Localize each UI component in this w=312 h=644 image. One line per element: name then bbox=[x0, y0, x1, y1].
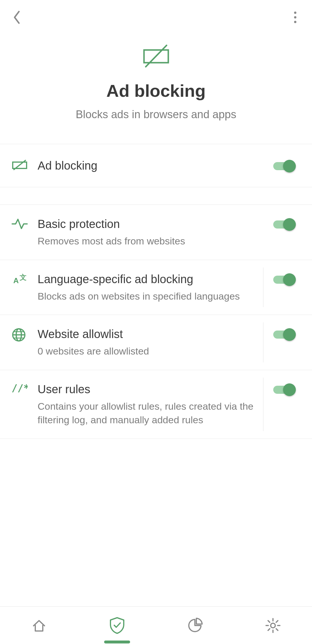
row-ad-blocking[interactable]: Ad blocking bbox=[0, 144, 312, 187]
home-icon bbox=[31, 618, 47, 633]
row-title: Website allowlist bbox=[38, 326, 260, 342]
back-button[interactable] bbox=[8, 9, 25, 26]
row-language-specific[interactable]: A 文 Language-specific ad blocking Blocks… bbox=[0, 260, 312, 315]
svg-line-21 bbox=[276, 629, 278, 630]
svg-line-20 bbox=[268, 621, 270, 622]
row-description: Removes most ads from websites bbox=[38, 234, 260, 248]
svg-point-1 bbox=[294, 16, 296, 18]
toggle-user-rules[interactable] bbox=[273, 383, 296, 396]
nav-home[interactable] bbox=[27, 614, 51, 637]
row-separator bbox=[263, 322, 263, 362]
row-separator bbox=[263, 378, 263, 431]
screen: Ad blocking Blocks ads in browsers and a… bbox=[0, 0, 312, 644]
row-title: Ad blocking bbox=[38, 158, 260, 173]
nav-stats[interactable] bbox=[183, 614, 206, 637]
svg-text:A: A bbox=[13, 276, 19, 285]
row-separator bbox=[263, 268, 263, 307]
row-user-rules[interactable]: //* User rules Contains your allowlist r… bbox=[0, 370, 312, 439]
activity-icon bbox=[12, 218, 28, 230]
code-icon: //* bbox=[12, 383, 28, 394]
top-bar bbox=[0, 0, 312, 35]
pie-chart-icon bbox=[187, 618, 203, 633]
svg-point-0 bbox=[294, 12, 296, 14]
toggle-basic-protection[interactable] bbox=[273, 218, 296, 231]
nav-active-indicator bbox=[104, 641, 130, 643]
hero: Ad blocking Blocks ads in browsers and a… bbox=[0, 35, 312, 144]
chevron-left-icon bbox=[12, 10, 21, 25]
more-vertical-icon bbox=[294, 11, 297, 23]
page-title: Ad blocking bbox=[12, 81, 300, 101]
svg-line-23 bbox=[276, 621, 278, 622]
toggle-language-specific[interactable] bbox=[273, 273, 296, 286]
page-subtitle: Blocks ads in browsers and apps bbox=[12, 108, 300, 121]
svg-line-22 bbox=[268, 629, 270, 630]
row-title: Language-specific ad blocking bbox=[38, 272, 260, 287]
row-basic-protection[interactable]: Basic protection Removes most ads from w… bbox=[0, 205, 312, 260]
row-website-allowlist[interactable]: Website allowlist 0 websites are allowli… bbox=[0, 315, 312, 370]
svg-text://*: //* bbox=[12, 383, 28, 394]
bottom-nav bbox=[0, 606, 312, 644]
gear-icon bbox=[265, 617, 281, 634]
shield-check-icon bbox=[109, 617, 125, 634]
row-description: 0 websites are allowlisted bbox=[38, 344, 260, 358]
row-description: Contains your allowlist rules, rules cre… bbox=[38, 400, 260, 427]
svg-point-15 bbox=[271, 623, 275, 628]
row-title: Basic protection bbox=[38, 216, 260, 231]
more-button[interactable] bbox=[287, 9, 304, 26]
nav-protection[interactable] bbox=[106, 614, 129, 637]
language-icon: A 文 bbox=[12, 273, 28, 285]
toggle-ad-blocking[interactable] bbox=[273, 160, 296, 172]
nav-settings[interactable] bbox=[261, 614, 285, 637]
svg-point-2 bbox=[294, 21, 296, 23]
globe-icon bbox=[12, 328, 26, 342]
ad-block-icon bbox=[12, 159, 28, 171]
row-description: Blocks ads on websites in specified lang… bbox=[38, 289, 260, 303]
ad-block-hero-icon bbox=[139, 43, 173, 69]
row-title: User rules bbox=[38, 382, 260, 397]
settings-list: Ad blocking Basic protection Removes mos… bbox=[0, 144, 312, 606]
svg-text:文: 文 bbox=[20, 273, 27, 281]
svg-line-4 bbox=[146, 45, 167, 67]
toggle-website-allowlist[interactable] bbox=[273, 328, 296, 341]
